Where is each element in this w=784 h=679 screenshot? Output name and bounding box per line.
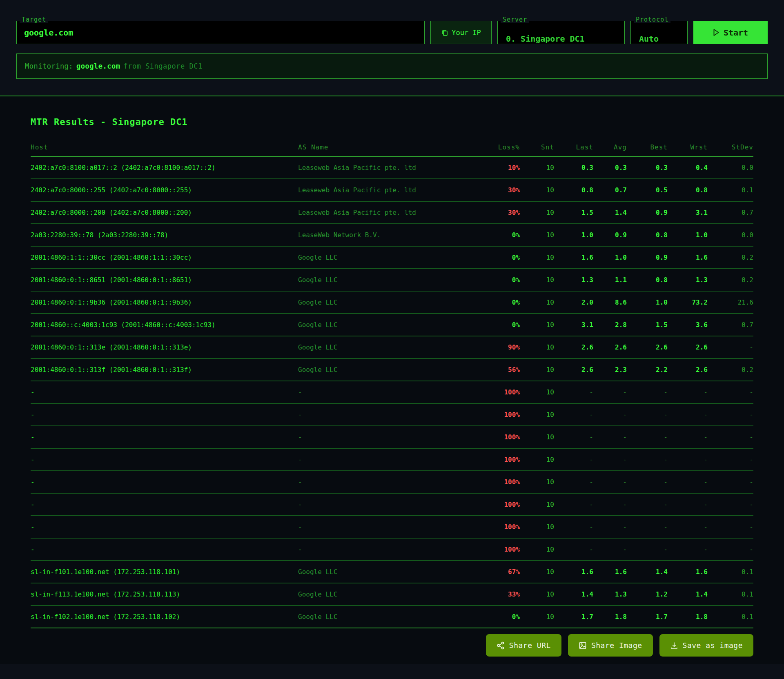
last-cell: -	[554, 381, 593, 403]
host-cell: 2001:4860::c:4003:1c93 (2001:4860::c:400…	[31, 314, 298, 336]
save-as-image-button[interactable]: Save as image	[659, 634, 753, 657]
share-image-label: Share Image	[591, 641, 642, 650]
stdev-cell: 0.1	[708, 583, 753, 606]
col-header-avg: Avg	[593, 143, 627, 156]
as-name-cell: Leaseweb Asia Pacific pte. ltd	[298, 201, 489, 224]
as-name-cell: -	[298, 493, 489, 516]
table-row: 2001:4860:1:1::30cc (2001:4860:1:1::30cc…	[31, 246, 753, 269]
table-row: 2a03:2280:39::78 (2a03:2280:39::78)Lease…	[31, 224, 753, 246]
avg-cell: -	[593, 471, 627, 493]
best-cell: -	[627, 493, 668, 516]
snt-cell: 10	[520, 426, 554, 448]
host-cell: sl-in-f101.1e100.net (172.253.118.101)	[31, 561, 298, 583]
last-cell: 1.6	[554, 561, 593, 583]
table-row: --100%10-----	[31, 403, 753, 426]
col-header-snt: Snt	[520, 143, 554, 156]
as-name-cell: LeaseWeb Network B.V.	[298, 224, 489, 246]
target-label: Target	[20, 16, 48, 23]
avg-cell: -	[593, 493, 627, 516]
snt-cell: 10	[520, 291, 554, 314]
loss-cell: 30%	[489, 201, 520, 224]
stdev-cell: 0.2	[708, 246, 753, 269]
server-field: Server 0. Singapore DC1	[497, 17, 625, 44]
avg-cell: -	[593, 448, 627, 471]
last-cell: 1.7	[554, 606, 593, 628]
snt-cell: 10	[520, 358, 554, 381]
results-panel: MTR Results - Singapore DC1 Host AS Name…	[0, 96, 784, 664]
wrst-cell: -	[668, 471, 708, 493]
best-cell: 1.7	[627, 606, 668, 628]
results-title: MTR Results - Singapore DC1	[31, 117, 768, 127]
loss-cell: 0%	[489, 246, 520, 269]
best-cell: 2.6	[627, 336, 668, 358]
last-cell: -	[554, 448, 593, 471]
host-cell: -	[31, 448, 298, 471]
best-cell: 0.5	[627, 179, 668, 201]
as-name-cell: -	[298, 403, 489, 426]
col-header-asname: AS Name	[298, 143, 489, 156]
image-icon	[579, 641, 587, 650]
host-cell: -	[31, 493, 298, 516]
col-header-best: Best	[627, 143, 668, 156]
loss-cell: 100%	[489, 403, 520, 426]
target-input[interactable]	[16, 21, 425, 44]
start-button[interactable]: Start	[693, 21, 768, 44]
server-selected-value: 0. Singapore DC1	[506, 34, 585, 44]
avg-cell: -	[593, 381, 627, 403]
snt-cell: 10	[520, 336, 554, 358]
last-cell: -	[554, 493, 593, 516]
host-cell: 2402:a7c0:8000::255 (2402:a7c0:8000::255…	[31, 179, 298, 201]
wrst-cell: 0.8	[668, 179, 708, 201]
snt-cell: 10	[520, 516, 554, 538]
host-cell: -	[31, 516, 298, 538]
snt-cell: 10	[520, 403, 554, 426]
stdev-cell: 0.7	[708, 201, 753, 224]
start-label: Start	[724, 28, 748, 38]
protocol-select[interactable]: Auto	[630, 21, 688, 44]
col-header-host: Host	[31, 143, 298, 156]
server-select[interactable]: 0. Singapore DC1	[497, 21, 625, 44]
last-cell: 0.8	[554, 179, 593, 201]
table-row: 2001:4860:0:1::8651 (2001:4860:0:1::8651…	[31, 269, 753, 291]
col-header-wrst: Wrst	[668, 143, 708, 156]
wrst-cell: 1.6	[668, 561, 708, 583]
snt-cell: 10	[520, 224, 554, 246]
table-row: 2001:4860:0:1::9b36 (2001:4860:0:1::9b36…	[31, 291, 753, 314]
stdev-cell: 0.0	[708, 156, 753, 179]
loss-cell: 100%	[489, 381, 520, 403]
last-cell: 1.0	[554, 224, 593, 246]
as-name-cell: Google LLC	[298, 358, 489, 381]
share-image-button[interactable]: Share Image	[568, 634, 653, 657]
share-url-button[interactable]: Share URL	[486, 634, 561, 657]
stdev-cell: -	[708, 336, 753, 358]
avg-cell: 1.3	[593, 583, 627, 606]
as-name-cell: Google LLC	[298, 583, 489, 606]
stdev-cell: -	[708, 426, 753, 448]
best-cell: -	[627, 403, 668, 426]
avg-cell: -	[593, 538, 627, 561]
stdev-cell: 0.1	[708, 606, 753, 628]
wrst-cell: 2.6	[668, 358, 708, 381]
table-row: sl-in-f113.1e100.net (172.253.118.113)Go…	[31, 583, 753, 606]
monitoring-origin: from Singapore DC1	[123, 62, 202, 70]
loss-cell: 100%	[489, 426, 520, 448]
table-row: 2402:a7c0:8000::255 (2402:a7c0:8000::255…	[31, 179, 753, 201]
best-cell: -	[627, 516, 668, 538]
header: Target Your IP Server 0. Singapore DC1 P…	[0, 0, 784, 79]
as-name-cell: Google LLC	[298, 336, 489, 358]
protocol-field: Protocol Auto	[630, 17, 688, 44]
wrst-cell: -	[668, 381, 708, 403]
table-row: --100%10-----	[31, 471, 753, 493]
your-ip-button[interactable]: Your IP	[430, 21, 492, 44]
stdev-cell: 0.7	[708, 314, 753, 336]
avg-cell: 0.3	[593, 156, 627, 179]
table-row: sl-in-f102.1e100.net (172.253.118.102)Go…	[31, 606, 753, 628]
as-name-cell: -	[298, 538, 489, 561]
loss-cell: 0%	[489, 314, 520, 336]
last-cell: 2.6	[554, 358, 593, 381]
table-row: --100%10-----	[31, 516, 753, 538]
last-cell: 1.4	[554, 583, 593, 606]
loss-cell: 100%	[489, 448, 520, 471]
snt-cell: 10	[520, 246, 554, 269]
avg-cell: -	[593, 426, 627, 448]
